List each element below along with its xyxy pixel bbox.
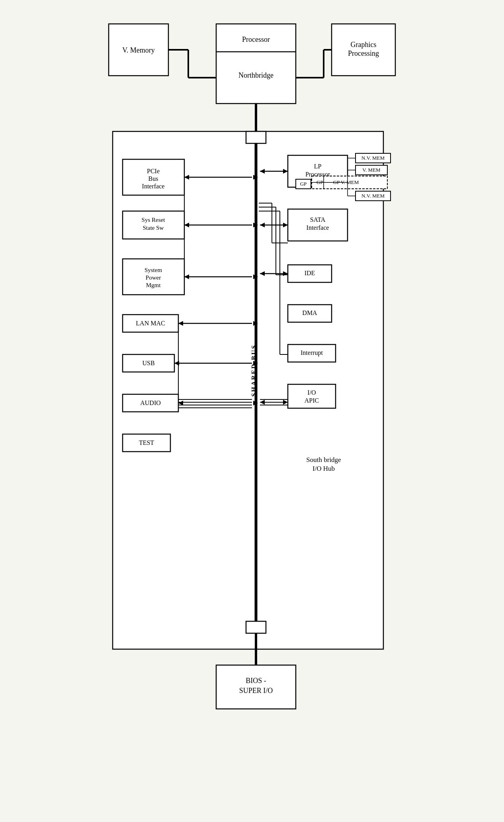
usb-label: USB xyxy=(142,360,154,366)
gp-label: GP xyxy=(300,181,307,187)
io-apic-box xyxy=(288,384,336,408)
top-connector-box xyxy=(246,131,266,143)
syspower-label3: Mgmt xyxy=(146,282,161,288)
graphics-label-line2: Processing xyxy=(348,49,379,57)
architecture-diagram: V. Memory Processor Northbridge Graphics… xyxy=(101,12,403,769)
shared-bus-label: SHARED BUS xyxy=(250,344,257,397)
dma-label: DMA xyxy=(302,309,317,316)
vmemory-label: V. Memory xyxy=(122,46,155,54)
sata-label1: SATA xyxy=(310,216,326,223)
sysreset-label2: State Sw xyxy=(143,225,164,231)
io-apic-label2: APIC xyxy=(305,397,319,404)
southbridge-label1: South bridge xyxy=(306,456,341,464)
interrupt-label: Interrupt xyxy=(301,349,323,356)
pcie-label1: PCIe xyxy=(147,168,160,174)
bios-label2: SUPER I/O xyxy=(239,687,273,695)
audio-label: AUDIO xyxy=(140,399,161,406)
test-label: TEST xyxy=(139,439,154,446)
io-apic-label1: I/O xyxy=(307,389,316,396)
v-mem-label: V. MEM xyxy=(362,167,381,173)
lp-processor-label1: LP xyxy=(314,163,322,170)
lanmac-label: LAN MAC xyxy=(136,320,165,327)
bottom-connector-box xyxy=(246,621,266,633)
nv-mem-1-label: N.V. MEM xyxy=(361,155,385,161)
processor-label: Processor xyxy=(242,35,270,43)
southbridge-label2: I/O Hub xyxy=(313,465,335,472)
syspower-label1: System xyxy=(145,267,162,273)
sata-label2: Interface xyxy=(307,224,329,231)
pcie-label2: Bus xyxy=(148,175,158,182)
northbridge-label: Northbridge xyxy=(238,71,273,79)
bios-label1: BIOS - xyxy=(246,677,266,685)
pcie-label3: Interface xyxy=(142,183,165,190)
sysreset-label1: Sys Reset xyxy=(142,217,166,223)
graphics-label-line1: Graphics xyxy=(351,41,377,49)
syspower-label2: Power xyxy=(146,274,161,281)
diagram-container: V. Memory Processor Northbridge Graphics… xyxy=(101,12,403,770)
nv-mem-2-label: N.V. MEM xyxy=(361,193,385,199)
ide-label: IDE xyxy=(305,270,315,276)
